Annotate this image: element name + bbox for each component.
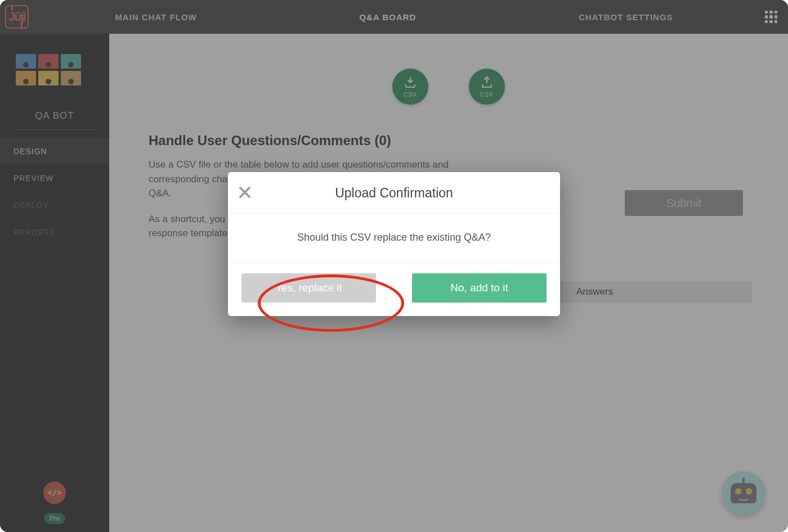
close-icon[interactable] — [237, 184, 253, 200]
app-root: Jūji MAIN CHAT FLOW Q&A BOARD CHATBOT SE… — [0, 0, 788, 532]
add-button[interactable]: No, add to it — [412, 273, 547, 303]
modal-title: Upload Confirmation — [239, 186, 549, 201]
replace-button[interactable]: Yes, replace it — [241, 273, 376, 303]
modal-question: Should this CSV replace the existing Q&A… — [228, 214, 560, 263]
upload-confirmation-modal: Upload Confirmation Should this CSV repl… — [228, 172, 560, 316]
